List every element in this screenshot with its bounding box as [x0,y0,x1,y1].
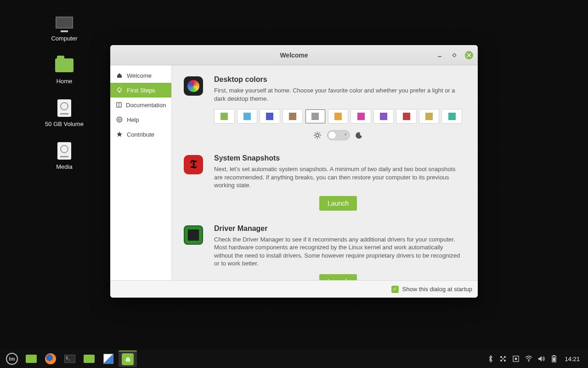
files-launcher[interactable] [80,351,98,367]
bluetooth-icon[interactable] [487,355,494,362]
color-swatch[interactable] [305,109,326,124]
section-desktop-colors: Desktop colors First, make yourself at h… [184,75,462,140]
moon-icon [356,132,363,139]
svg-point-7 [117,117,122,122]
volume-icon[interactable] [538,356,545,362]
startup-checkbox-label: Show this dialog at startup [402,286,472,293]
taskbar: lm $_ ⋒ 14:21 [0,350,588,368]
app-icon [103,354,113,364]
svg-line-15 [319,137,320,138]
section-driver-manager: Driver Manager Check the Driver Manager … [184,224,462,280]
bulb-icon [116,86,123,94]
color-swatch[interactable] [283,109,303,124]
book-icon [116,101,122,109]
folder-icon [55,58,74,72]
color-swatch[interactable] [260,109,280,124]
desktop-icon-computer[interactable]: Computer [32,13,96,42]
sidebar-item-label: Documentation [126,102,166,109]
welcome-window: Welcome Welcome [110,45,478,298]
svg-rect-4 [119,92,120,92]
folder-icon [84,355,95,363]
color-swatch[interactable] [441,109,462,124]
sidebar-item-welcome[interactable]: Welcome [110,68,171,83]
window-title: Welcome [280,52,308,59]
sidebar-item-label: Contribute [127,131,154,138]
svg-rect-29 [553,357,555,362]
section-desc: Next, let's set automatic system snapsho… [214,165,462,190]
color-swatch[interactable] [214,109,235,124]
svg-point-8 [119,119,120,121]
color-swatch[interactable] [351,109,371,124]
minimize-button[interactable] [435,51,444,59]
svg-point-9 [316,134,319,137]
startup-checkbox[interactable]: ✓ [391,286,399,293]
drive-icon [57,99,71,117]
monitor-icon [56,17,73,29]
launch-button-snapshots[interactable]: Launch [319,196,357,211]
svg-line-17 [319,132,320,133]
svg-line-14 [315,132,315,133]
show-desktop-button[interactable] [22,351,40,367]
svg-point-26 [528,361,530,362]
desktop-icon-media[interactable]: Media [32,141,96,170]
svg-line-16 [315,137,315,138]
sidebar: Welcome First Steps Documentation Help [110,65,172,280]
sidebar-item-label: Help [127,116,139,123]
svg-rect-28 [553,355,555,356]
firefox-icon [45,353,56,364]
home-icon [116,72,123,79]
section-system-snapshots: 𝕿 System Snapshots Next, let's set autom… [184,154,462,211]
sidebar-item-label: Welcome [127,72,152,79]
taskbar-app-1[interactable] [99,351,118,367]
content: Desktop colors First, make yourself at h… [172,65,478,280]
color-swatch[interactable] [328,109,349,124]
star-icon [116,131,123,138]
section-title: System Snapshots [214,154,462,162]
sidebar-item-label: First Steps [127,87,155,94]
section-title: Driver Manager [214,224,462,233]
sidebar-item-contribute[interactable]: Contribute [110,127,171,142]
sidebar-item-documentation[interactable]: Documentation [110,98,171,112]
colors-icon [184,76,203,96]
drive-icon [57,142,71,160]
driver-icon [184,225,203,245]
color-swatches [214,109,462,124]
svg-point-25 [515,358,517,360]
sun-icon [313,131,322,139]
sidebar-item-help[interactable]: Help [110,112,171,127]
desktop-icon-volume[interactable]: 50 GB Volume [32,98,96,127]
menu-button[interactable]: lm [3,351,21,367]
battery-icon[interactable] [551,355,557,363]
content-scroll[interactable]: Desktop colors First, make yourself at h… [172,65,474,280]
close-button[interactable] [465,51,473,59]
section-desc: First, make yourself at home. Choose you… [214,86,462,103]
mint-icon: ⋒ [122,353,134,365]
firefox-launcher[interactable] [41,351,60,367]
desktop-icon-home[interactable]: Home [32,56,96,85]
window-footer: ✓ Show this dialog at startup [110,280,478,298]
section-title: Desktop colors [214,75,462,84]
color-swatch[interactable] [419,109,440,124]
color-swatch[interactable] [396,109,417,124]
maximize-button[interactable] [450,51,458,59]
network-icon[interactable] [525,356,532,362]
timeshift-icon: 𝕿 [184,155,203,174]
titlebar[interactable]: Welcome [110,45,478,65]
folder-icon [26,355,37,363]
color-swatch[interactable] [237,109,258,124]
desktop-icons: Computer Home 50 GB Volume Media [32,13,96,184]
section-desc: Check the Driver Manager to see if it re… [214,236,462,268]
color-swatch[interactable] [373,109,394,124]
help-icon [116,116,123,123]
clock[interactable]: 14:21 [563,356,582,362]
terminal-icon: $_ [64,355,75,363]
system-tray: 14:21 [484,355,585,363]
launch-button-driver[interactable]: Launch [319,274,357,280]
svg-point-3 [118,88,121,92]
update-icon[interactable] [512,355,520,362]
tray-app-icon[interactable] [499,355,507,362]
taskbar-welcome[interactable]: ⋒ [119,351,137,367]
theme-toggle[interactable]: × [327,130,350,140]
terminal-launcher[interactable]: $_ [61,351,79,367]
sidebar-item-first-steps[interactable]: First Steps [110,83,171,98]
